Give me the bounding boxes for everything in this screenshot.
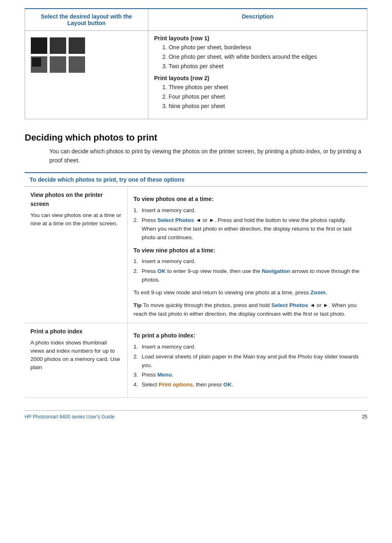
- step-text: Insert a memory card.: [142, 344, 196, 350]
- item-num: 2.: [162, 93, 167, 100]
- row1-title: Print layouts (row 1): [154, 35, 361, 42]
- row2-list: 1. Three photos per sheet 2. Four photos…: [154, 83, 361, 111]
- select-photos-tip-label: Select Photos: [271, 302, 308, 308]
- row1-desc: Print layouts (row 1) 1. One photo per s…: [154, 35, 361, 71]
- row2-desc: Print layouts (row 2) 1. Three photos pe…: [154, 75, 361, 111]
- layout-icons-cell: [25, 31, 148, 119]
- ok-label-2: OK: [224, 381, 232, 388]
- row2-title: Print layouts (row 2): [154, 75, 361, 81]
- steps-view-one: 1. Insert a memory card. 2. Press Select…: [134, 206, 362, 242]
- left-body-index: A photo index shows thumbnail views and …: [30, 339, 122, 372]
- left-title-view: View photos on the printer screen: [30, 191, 122, 208]
- left-body-view: You can view photos one at a time or nin…: [30, 211, 122, 228]
- table-row: Print a photo index A photo index shows …: [25, 323, 367, 397]
- list-item: 3. Two photos per sheet: [154, 62, 361, 71]
- list-item: 2. One photo per sheet, with white borde…: [154, 53, 361, 61]
- description-cell: Print layouts (row 1) 1. One photo per s…: [148, 31, 367, 119]
- list-item: 3. Nine photos per sheet: [154, 102, 361, 111]
- item-num: 1.: [162, 84, 167, 90]
- zoom-label: Zoom: [310, 289, 325, 296]
- item-text: Three photos per sheet: [168, 84, 228, 90]
- table-row: View photos on the printer screen You ca…: [25, 187, 367, 323]
- item-text: One photo per sheet, borderless: [168, 44, 251, 51]
- step-text: Insert a memory card.: [142, 207, 196, 213]
- steps-view-nine: 1. Insert a memory card. 2. Press OK to …: [134, 257, 362, 284]
- subsec-title-index: To print a photo index:: [134, 331, 362, 340]
- layout-icon-grid: [31, 37, 142, 73]
- item-num: 3.: [162, 63, 167, 69]
- step-num: 2.: [134, 267, 138, 276]
- tip-label: Tip: [134, 302, 142, 308]
- layout-icon-2: [50, 37, 66, 54]
- step-item: 3. Press Menu.: [134, 371, 362, 379]
- step-num: 2.: [134, 353, 138, 361]
- step-item: 4. Select Print options, then press OK.: [134, 381, 362, 389]
- section-heading: Deciding which photos to print: [25, 132, 367, 143]
- step-item: 2. Press OK to enter 9-up view mode, the…: [134, 267, 362, 284]
- item-text: One photo per sheet, with white borders …: [168, 53, 317, 60]
- print-options-label: Print options: [159, 381, 193, 388]
- navigation-label: Navigation: [262, 268, 290, 274]
- layout-icon-3: [69, 37, 85, 54]
- step-num: 1.: [134, 206, 138, 215]
- step-num: 2.: [134, 216, 138, 225]
- left-cell-index: Print a photo index A photo index shows …: [25, 323, 127, 397]
- item-num: 1.: [162, 44, 167, 51]
- description-col-header: Description: [148, 9, 367, 31]
- nine-exit-text: To exit 9-up view mode and return to vie…: [134, 289, 362, 297]
- footer-left: HP Photosmart 8400 series User's Guide: [25, 414, 115, 420]
- step-item: 1. Insert a memory card.: [134, 257, 362, 266]
- layout-table: Select the desired layout with the Layou…: [25, 8, 367, 119]
- right-cell-view: To view photos one at a time: 1. Insert …: [127, 187, 367, 323]
- step-num: 3.: [134, 371, 138, 379]
- main-table-header: To decide which photos to print, try one…: [25, 173, 367, 187]
- step-num: 1.: [134, 343, 138, 351]
- step-text: Load several sheets of plain paper in th…: [142, 354, 359, 368]
- select-photos-label: Select Photos: [157, 217, 194, 223]
- layout-icon-6: [69, 56, 85, 73]
- footer-page-number: 25: [362, 414, 367, 420]
- step-item: 1. Insert a memory card.: [134, 343, 362, 351]
- steps-index: 1. Insert a memory card. 2. Load several…: [134, 343, 362, 390]
- subsec-title-one: To view photos one at a time:: [134, 195, 362, 204]
- row1-list: 1. One photo per sheet, borderless 2. On…: [154, 43, 361, 71]
- ok-label: OK: [157, 268, 166, 274]
- list-item: 1. One photo per sheet, borderless: [154, 43, 361, 52]
- layout-col-header: Select the desired layout with the Layou…: [25, 9, 148, 31]
- item-text: Four photos per sheet: [168, 93, 225, 100]
- list-item: 2. Four photos per sheet: [154, 92, 361, 101]
- layout-icon-1: [31, 37, 47, 54]
- item-text: Nine photos per sheet: [168, 103, 225, 109]
- step-text: Insert a memory card.: [142, 258, 196, 264]
- section-intro: You can decide which photos to print by …: [25, 147, 367, 165]
- page-footer: HP Photosmart 8400 series User's Guide 2…: [25, 410, 367, 420]
- step-item: 2. Press Select Photos ◄ or ►. Press and…: [134, 216, 362, 242]
- main-table: To decide which photos to print, try one…: [25, 172, 367, 398]
- left-title-index: Print a photo index: [30, 327, 122, 336]
- layout-icon-4: [31, 56, 47, 73]
- layout-icon-5: [50, 56, 66, 73]
- step-item: 2. Load several sheets of plain paper in…: [134, 353, 362, 370]
- step-num: 1.: [134, 257, 138, 266]
- item-num: 2.: [162, 53, 167, 60]
- list-item: 1. Three photos per sheet: [154, 83, 361, 92]
- step-num: 4.: [134, 381, 138, 389]
- step-item: 1. Insert a memory card.: [134, 206, 362, 215]
- right-cell-index: To print a photo index: 1. Insert a memo…: [127, 323, 367, 397]
- menu-label: Menu: [157, 372, 172, 378]
- left-cell-view: View photos on the printer screen You ca…: [25, 187, 127, 323]
- item-num: 3.: [162, 103, 167, 109]
- subsec-title-nine: To view nine photos at a time:: [134, 246, 362, 255]
- tip-block: Tip To move quickly through the photos, …: [134, 301, 362, 319]
- item-text: Two photos per sheet: [168, 63, 224, 69]
